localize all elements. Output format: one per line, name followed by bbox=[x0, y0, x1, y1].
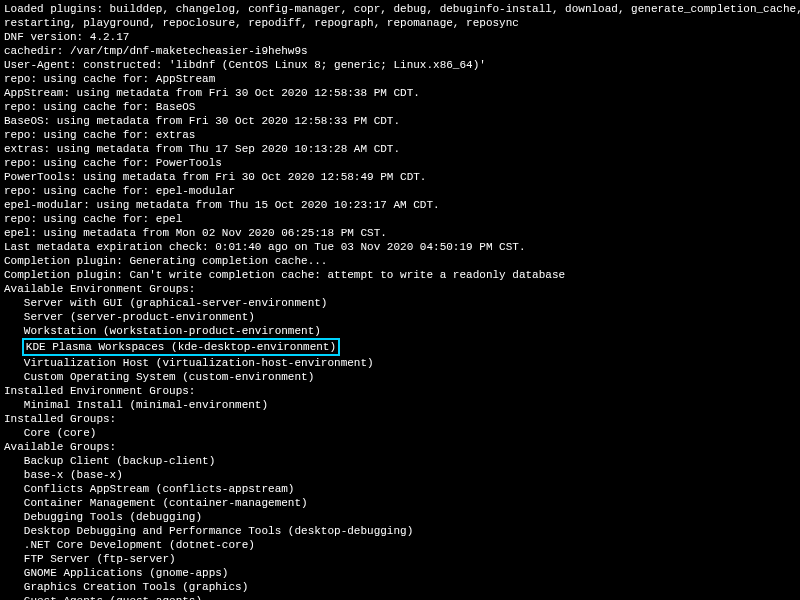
line-text: GNOME Applications (gnome-apps) bbox=[4, 567, 228, 579]
output-line: PowerTools: using metadata from Fri 30 O… bbox=[4, 170, 796, 184]
output-line: cachedir: /var/tmp/dnf-maketecheasier-i9… bbox=[4, 44, 796, 58]
line-text: Core (core) bbox=[4, 427, 96, 439]
line-text: repo: using cache for: PowerTools bbox=[4, 157, 222, 169]
line-text: base-x (base-x) bbox=[4, 469, 123, 481]
line-text: AppStream: using metadata from Fri 30 Oc… bbox=[4, 87, 420, 99]
output-line: Conflicts AppStream (conflicts-appstream… bbox=[4, 482, 796, 496]
output-line: Available Environment Groups: bbox=[4, 282, 796, 296]
output-line: Last metadata expiration check: 0:01:40 … bbox=[4, 240, 796, 254]
line-text: Last metadata expiration check: 0:01:40 … bbox=[4, 241, 526, 253]
output-line: Server with GUI (graphical-server-enviro… bbox=[4, 296, 796, 310]
line-text: Graphics Creation Tools (graphics) bbox=[4, 581, 248, 593]
output-line: User-Agent: constructed: 'libdnf (CentOS… bbox=[4, 58, 796, 72]
output-line: BaseOS: using metadata from Fri 30 Oct 2… bbox=[4, 114, 796, 128]
output-line: Core (core) bbox=[4, 426, 796, 440]
output-line: Graphics Creation Tools (graphics) bbox=[4, 580, 796, 594]
line-text: Guest Agents (guest-agents) bbox=[4, 595, 202, 600]
kde-plasma-highlight: KDE Plasma Workspaces (kde-desktop-envir… bbox=[22, 338, 340, 356]
line-text: Loaded plugins: builddep, changelog, con… bbox=[4, 3, 800, 15]
line-text: Available Groups: bbox=[4, 441, 116, 453]
line-text: Backup Client (backup-client) bbox=[4, 455, 215, 467]
line-text: PowerTools: using metadata from Fri 30 O… bbox=[4, 171, 426, 183]
output-line: repo: using cache for: epel bbox=[4, 212, 796, 226]
line-text: Completion plugin: Can't write completio… bbox=[4, 269, 565, 281]
line-text: Workstation (workstation-product-environ… bbox=[4, 325, 321, 337]
line-text: .NET Core Development (dotnet-core) bbox=[4, 539, 255, 551]
output-line: repo: using cache for: PowerTools bbox=[4, 156, 796, 170]
output-line: Guest Agents (guest-agents) bbox=[4, 594, 796, 600]
line-text: Container Management (container-manageme… bbox=[4, 497, 308, 509]
line-text: Conflicts AppStream (conflicts-appstream… bbox=[4, 483, 294, 495]
output-line: Minimal Install (minimal-environment) bbox=[4, 398, 796, 412]
output-line: restarting, playground, repoclosure, rep… bbox=[4, 16, 796, 30]
line-text: Installed Groups: bbox=[4, 413, 116, 425]
output-line: repo: using cache for: extras bbox=[4, 128, 796, 142]
highlighted-line: KDE Plasma Workspaces (kde-desktop-envir… bbox=[4, 338, 796, 356]
output-line: .NET Core Development (dotnet-core) bbox=[4, 538, 796, 552]
output-line: Installed Groups: bbox=[4, 412, 796, 426]
output-line: Backup Client (backup-client) bbox=[4, 454, 796, 468]
output-line: Container Management (container-manageme… bbox=[4, 496, 796, 510]
output-line: extras: using metadata from Thu 17 Sep 2… bbox=[4, 142, 796, 156]
line-text: repo: using cache for: extras bbox=[4, 129, 195, 141]
line-text: FTP Server (ftp-server) bbox=[4, 553, 176, 565]
output-line: repo: using cache for: epel-modular bbox=[4, 184, 796, 198]
output-line: DNF version: 4.2.17 bbox=[4, 30, 796, 44]
output-line: GNOME Applications (gnome-apps) bbox=[4, 566, 796, 580]
output-line: FTP Server (ftp-server) bbox=[4, 552, 796, 566]
line-text: Available Environment Groups: bbox=[4, 283, 195, 295]
output-line: AppStream: using metadata from Fri 30 Oc… bbox=[4, 86, 796, 100]
output-line: Debugging Tools (debugging) bbox=[4, 510, 796, 524]
output-line: Server (server-product-environment) bbox=[4, 310, 796, 324]
output-line: base-x (base-x) bbox=[4, 468, 796, 482]
line-text: epel-modular: using metadata from Thu 15… bbox=[4, 199, 440, 211]
output-line: Installed Environment Groups: bbox=[4, 384, 796, 398]
output-line: epel-modular: using metadata from Thu 15… bbox=[4, 198, 796, 212]
line-text: Server with GUI (graphical-server-enviro… bbox=[4, 297, 327, 309]
line-text: Installed Environment Groups: bbox=[4, 385, 195, 397]
line-text: repo: using cache for: epel bbox=[4, 213, 182, 225]
output-line: repo: using cache for: AppStream bbox=[4, 72, 796, 86]
line-text: repo: using cache for: epel-modular bbox=[4, 185, 235, 197]
terminal-output[interactable]: Loaded plugins: builddep, changelog, con… bbox=[0, 0, 800, 600]
line-text: extras: using metadata from Thu 17 Sep 2… bbox=[4, 143, 400, 155]
line-text: User-Agent: constructed: 'libdnf (CentOS… bbox=[4, 59, 486, 71]
output-line: Completion plugin: Can't write completio… bbox=[4, 268, 796, 282]
output-line: Workstation (workstation-product-environ… bbox=[4, 324, 796, 338]
line-text: cachedir: /var/tmp/dnf-maketecheasier-i9… bbox=[4, 45, 308, 57]
output-line: Virtualization Host (virtualization-host… bbox=[4, 356, 796, 370]
line-text: Minimal Install (minimal-environment) bbox=[4, 399, 268, 411]
output-line: Desktop Debugging and Performance Tools … bbox=[4, 524, 796, 538]
line-text: Custom Operating System (custom-environm… bbox=[4, 371, 314, 383]
output-line: Completion plugin: Generating completion… bbox=[4, 254, 796, 268]
line-text: Desktop Debugging and Performance Tools … bbox=[4, 525, 413, 537]
line-text: DNF version: 4.2.17 bbox=[4, 31, 129, 43]
line-text: Server (server-product-environment) bbox=[4, 311, 255, 323]
line-text: BaseOS: using metadata from Fri 30 Oct 2… bbox=[4, 115, 400, 127]
line-text: Completion plugin: Generating completion… bbox=[4, 255, 327, 267]
line-text: Debugging Tools (debugging) bbox=[4, 511, 202, 523]
line-text: repo: using cache for: BaseOS bbox=[4, 101, 195, 113]
output-line: Custom Operating System (custom-environm… bbox=[4, 370, 796, 384]
line-text: epel: using metadata from Mon 02 Nov 202… bbox=[4, 227, 387, 239]
output-line: Loaded plugins: builddep, changelog, con… bbox=[4, 2, 796, 16]
line-text: restarting, playground, repoclosure, rep… bbox=[4, 17, 519, 29]
line-text: repo: using cache for: AppStream bbox=[4, 73, 215, 85]
output-line: Available Groups: bbox=[4, 440, 796, 454]
output-line: epel: using metadata from Mon 02 Nov 202… bbox=[4, 226, 796, 240]
line-text: Virtualization Host (virtualization-host… bbox=[4, 357, 374, 369]
output-line: repo: using cache for: BaseOS bbox=[4, 100, 796, 114]
